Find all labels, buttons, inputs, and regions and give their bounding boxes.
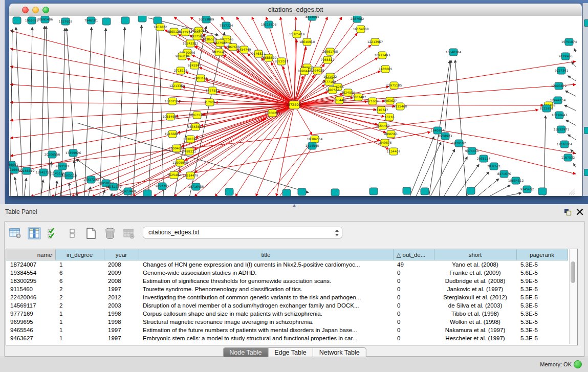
network-node[interactable]: 2887682 bbox=[351, 16, 364, 23]
network-node[interactable]: 9129966 bbox=[559, 53, 573, 60]
network-node[interactable]: 20691406 bbox=[37, 16, 53, 23]
network-node[interactable]: 621608 bbox=[367, 98, 379, 105]
table-row[interactable]: 1938455462009Genome-wide association stu… bbox=[6, 269, 568, 277]
network-node[interactable]: 17957233 bbox=[83, 176, 99, 183]
table-source-dropdown[interactable]: citations_edges.txt bbox=[143, 227, 342, 238]
table-row[interactable]: 1456911722003Disruption of a novel membe… bbox=[6, 301, 568, 310]
network-node[interactable]: 10973493 bbox=[375, 52, 390, 59]
column-header-in-degree[interactable]: in_degree bbox=[55, 249, 104, 260]
network-node[interactable]: 6879197 bbox=[452, 140, 466, 147]
float-panel-icon[interactable] bbox=[563, 208, 572, 216]
network-node[interactable]: 10654982 bbox=[163, 113, 179, 120]
network-node[interactable]: 8215955 bbox=[540, 105, 554, 112]
network-node[interactable] bbox=[121, 17, 129, 24]
new-table-icon[interactable] bbox=[84, 227, 98, 239]
column-header-year[interactable]: year bbox=[104, 249, 139, 260]
network-node[interactable]: 9857791 bbox=[156, 183, 169, 190]
network-node[interactable]: 12156819 bbox=[19, 167, 35, 174]
network-node[interactable]: 1610747 bbox=[375, 106, 388, 114]
network-node[interactable]: 18640910 bbox=[299, 38, 315, 46]
network-node[interactable]: 16210643 bbox=[552, 112, 568, 119]
network-node[interactable]: 1055325 bbox=[25, 17, 39, 24]
network-node[interactable] bbox=[143, 190, 151, 196]
canvas-resize-grip[interactable] bbox=[569, 188, 575, 194]
network-node[interactable]: 16053809 bbox=[199, 16, 214, 23]
network-node[interactable]: 2935114 bbox=[477, 155, 491, 162]
network-node[interactable]: 1154469 bbox=[376, 122, 390, 129]
column-header-name[interactable]: name bbox=[6, 249, 55, 260]
network-node[interactable] bbox=[225, 188, 233, 195]
network-node[interactable]: 19166827 bbox=[165, 130, 181, 138]
network-node[interactable] bbox=[331, 189, 339, 196]
network-node[interactable]: 16543382 bbox=[183, 40, 199, 47]
network-node[interactable]: 15716485 bbox=[188, 183, 204, 190]
network-node[interactable]: 16914479 bbox=[183, 172, 199, 179]
network-node[interactable]: 9327508 bbox=[190, 33, 204, 40]
table-row[interactable]: 977716911998Corpus callosum shape and si… bbox=[6, 310, 568, 318]
network-node[interactable]: 7946101 bbox=[84, 17, 98, 24]
network-node[interactable]: 9245652 bbox=[520, 186, 534, 193]
network-node[interactable]: 19218506 bbox=[261, 21, 277, 28]
column-header-pagerank[interactable]: pagerank bbox=[516, 249, 568, 260]
network-node[interactable]: 13942757 bbox=[36, 169, 52, 176]
rows-icon[interactable] bbox=[66, 227, 79, 239]
delete-rows-trash-icon[interactable] bbox=[103, 227, 117, 239]
network-node[interactable]: 2718126 bbox=[174, 67, 188, 74]
network-node[interactable] bbox=[13, 17, 21, 24]
network-node[interactable]: 9896030 bbox=[176, 53, 189, 60]
network-node[interactable]: 317006 bbox=[204, 99, 216, 106]
network-node[interactable]: 8813054 bbox=[306, 16, 319, 20]
network-node[interactable]: 9474444 bbox=[465, 147, 479, 155]
window-titlebar[interactable]: citations_edges.txt bbox=[9, 4, 582, 16]
network-node[interactable]: 9498222 bbox=[183, 148, 197, 155]
network-node[interactable] bbox=[102, 18, 111, 25]
column-header-short[interactable]: short bbox=[434, 249, 516, 260]
table-row[interactable]: 946554611997Estimation of the future num… bbox=[6, 326, 568, 334]
table-vertical-scrollbar[interactable] bbox=[569, 249, 577, 344]
network-node[interactable] bbox=[282, 189, 291, 196]
network-node[interactable] bbox=[138, 16, 146, 22]
network-node[interactable]: 1514545 bbox=[306, 142, 319, 149]
network-node[interactable]: 12505115 bbox=[61, 172, 77, 179]
network-node[interactable]: 6497568 bbox=[326, 86, 340, 94]
network-node[interactable]: 8267130 bbox=[190, 112, 204, 119]
network-node[interactable]: 8471676 bbox=[497, 170, 511, 178]
network-node[interactable]: 16961758 bbox=[322, 48, 338, 55]
network-node[interactable]: 11325419 bbox=[289, 31, 305, 38]
network-node[interactable]: 1154407 bbox=[387, 148, 401, 155]
table-row[interactable]: 1872400712008Changes of HCN gene express… bbox=[6, 260, 568, 269]
network-node[interactable] bbox=[298, 188, 306, 195]
network-node[interactable] bbox=[467, 187, 475, 194]
show-column-icon[interactable] bbox=[28, 227, 41, 239]
network-node[interactable] bbox=[154, 17, 162, 24]
table-row[interactable]: 969969511998Structural magnetic resonanc… bbox=[6, 318, 568, 326]
network-node[interactable]: 8958923 bbox=[439, 133, 452, 140]
network-node[interactable] bbox=[403, 187, 411, 194]
network-node[interactable]: 12213967 bbox=[367, 38, 383, 46]
network-node[interactable]: 17359926 bbox=[66, 149, 81, 157]
network-node[interactable]: 7625402 bbox=[167, 171, 181, 179]
network-node[interactable]: 9227341 bbox=[555, 67, 569, 74]
network-node[interactable]: 17016504 bbox=[557, 141, 573, 148]
network-node[interactable]: 19384554 bbox=[307, 136, 323, 143]
network-node[interactable]: 9397587 bbox=[56, 163, 70, 170]
network-node[interactable]: 20206556 bbox=[45, 151, 60, 158]
network-node[interactable]: 9327587 bbox=[213, 39, 227, 47]
network-canvas[interactable]: 1055325206914061527602794610116053809785… bbox=[9, 16, 582, 196]
column-header-out-degree[interactable]: △ out_de... bbox=[393, 249, 434, 260]
network-node[interactable] bbox=[421, 188, 429, 195]
network-node[interactable]: 7857224 bbox=[220, 22, 233, 29]
network-node[interactable]: 1167532 bbox=[561, 154, 575, 161]
network-node[interactable]: 8322037 bbox=[275, 58, 289, 65]
table-row[interactable]: 2242004622012Investigating the contribut… bbox=[6, 293, 568, 301]
network-graph[interactable]: 1055325206914061527602794610116053809785… bbox=[9, 16, 582, 196]
network-node[interactable]: 16353584 bbox=[188, 123, 204, 130]
table-row[interactable]: 911546021997Tourette syndrome. Phenomeno… bbox=[6, 285, 568, 293]
network-node[interactable]: 7463822 bbox=[154, 24, 167, 31]
network-node[interactable]: 15751074 bbox=[561, 38, 577, 46]
network-node[interactable]: 7832621 bbox=[487, 163, 501, 170]
network-node[interactable]: 9242848 bbox=[188, 62, 202, 69]
network-node[interactable]: 9875645 bbox=[212, 49, 226, 56]
network-node[interactable]: 8454749 bbox=[237, 46, 251, 53]
table-row[interactable]: 1830029562008Estimation of significance … bbox=[6, 277, 568, 285]
